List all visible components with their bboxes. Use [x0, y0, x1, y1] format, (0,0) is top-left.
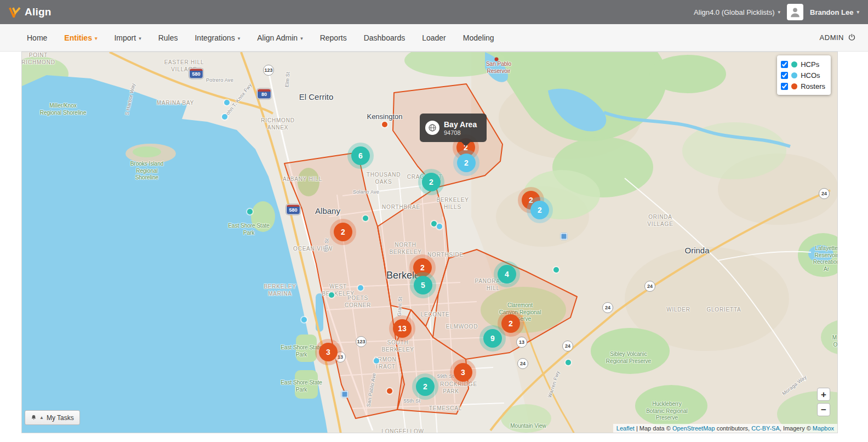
map-marker-dot[interactable] [222, 114, 227, 120]
environment-label: Align4.0 (Global Picklists) [694, 8, 774, 16]
attribution-text: contributors, [715, 425, 752, 432]
attribution-text: | Map data © [635, 425, 672, 432]
map-cluster-marker[interactable]: 9 [483, 329, 502, 348]
map-cluster-marker[interactable]: 3 [319, 343, 338, 361]
map-legend: HCPs HCOs Rosters [777, 55, 831, 95]
nav-item-label: Reports [320, 33, 347, 42]
attribution-link[interactable]: CC-BY-SA [751, 425, 780, 432]
nav-item-import[interactable]: Import ▾ [114, 33, 141, 42]
nav-item-reports[interactable]: Reports [320, 33, 347, 42]
nav-item-label: Modeling [463, 33, 494, 42]
cluster-count: 13 [398, 324, 407, 333]
nav-item-home[interactable]: Home [27, 33, 47, 42]
map-marker-dot[interactable] [301, 317, 307, 322]
cluster-count: 9 [490, 334, 495, 343]
zoom-in-button[interactable]: + [817, 388, 830, 401]
nav-item-integrations[interactable]: Integrations ▾ [195, 33, 240, 42]
map-cluster-marker[interactable]: 3 [454, 363, 472, 382]
admin-label: ADMIN [820, 33, 844, 42]
attribution-link[interactable]: Leaflet [616, 425, 635, 432]
admin-menu[interactable]: ADMIN [820, 33, 856, 42]
map-attribution: Leaflet | Map data © OpenStreetMap contr… [613, 424, 837, 433]
cluster-count: 2 [538, 206, 542, 214]
map-marker-dot[interactable] [566, 360, 571, 365]
caret-up-icon: ▲ [39, 415, 44, 420]
map-marker-dot[interactable] [431, 221, 437, 226]
logout-icon [848, 33, 856, 42]
zoom-out-button[interactable]: − [817, 403, 830, 416]
legend-color-dot [791, 83, 797, 89]
user-icon [789, 6, 801, 18]
map-marker-dot[interactable] [363, 216, 368, 221]
nav-item-label: Integrations [195, 33, 235, 42]
map-cluster-marker[interactable]: 2 [457, 154, 476, 172]
map-marker-dot[interactable] [358, 285, 363, 291]
map-marker-dot[interactable] [553, 267, 559, 273]
map-cluster-marker[interactable]: 13 [393, 319, 412, 338]
cluster-count: 2 [341, 228, 345, 236]
nav-item-label: Loader [422, 33, 446, 42]
legend-checkbox[interactable] [781, 83, 788, 90]
cluster-count: 3 [326, 348, 330, 356]
cluster-count: 3 [461, 368, 465, 377]
map-cluster-marker[interactable]: 2 [422, 173, 441, 191]
map-cluster-marker[interactable]: 4 [498, 265, 516, 284]
zoom-control: + − [817, 388, 830, 416]
nav-item-label: Align Admin [257, 33, 298, 42]
attribution-link[interactable]: Mapbox [813, 425, 834, 432]
attribution-link[interactable]: OpenStreetMap [672, 425, 715, 432]
map-cluster-marker[interactable]: 2 [501, 314, 520, 333]
legend-row-hcos: HCOs [781, 70, 825, 81]
map-marker-dot[interactable] [247, 209, 253, 214]
cluster-count: 4 [505, 270, 509, 279]
app-logo[interactable]: Align [9, 6, 52, 18]
map-marker-dot[interactable] [437, 224, 442, 229]
nav-item-align-admin[interactable]: Align Admin ▾ [257, 33, 302, 42]
map-cluster-marker[interactable]: 5 [414, 276, 432, 294]
nav-item-rules[interactable]: Rules [158, 33, 178, 42]
my-tasks-button[interactable]: ▲ My Tasks [25, 410, 80, 425]
map-marker-dot[interactable] [495, 58, 499, 61]
map-cluster-marker[interactable]: 2 [416, 377, 435, 396]
map-marker-dot[interactable] [224, 100, 230, 105]
nav-item-label: Dashboards [364, 33, 406, 42]
nav-item-dashboards[interactable]: Dashboards [364, 33, 406, 42]
nav-item-entities[interactable]: Entities ▾ [64, 33, 97, 42]
map-canvas [22, 52, 837, 433]
map-cluster-marker[interactable]: 2 [334, 223, 352, 241]
attribution-text: , Imagery © [780, 425, 813, 432]
cluster-count: 2 [423, 382, 427, 391]
map-marker-dot[interactable] [382, 122, 387, 127]
nav-item-label: Home [27, 33, 47, 42]
map[interactable]: POINT RICHMONDEASTER HILL VILLAGEMARINA … [22, 52, 837, 433]
map-marker-dot[interactable] [341, 391, 349, 398]
map-marker-dot[interactable] [387, 388, 392, 394]
cluster-count: 2 [420, 263, 425, 272]
chevron-down-icon: ▾ [300, 36, 303, 41]
nav-item-label: Import [114, 33, 136, 42]
bell-icon [31, 415, 37, 421]
my-tasks-label: My Tasks [47, 414, 74, 422]
nav-item-label: Entities [64, 33, 92, 42]
map-cluster-marker[interactable]: 6 [351, 146, 370, 165]
map-cluster-marker[interactable]: 2 [530, 201, 549, 219]
avatar[interactable] [787, 4, 803, 20]
chevron-down-icon: ▾ [778, 9, 780, 15]
map-marker-dot[interactable] [329, 292, 334, 298]
map-tooltip: Bay Area 94708 [420, 114, 487, 142]
legend-label: HCOs [801, 71, 820, 80]
user-menu[interactable]: Brandon Lee ▾ [810, 8, 859, 16]
nav-item-modeling[interactable]: Modeling [463, 33, 494, 42]
legend-checkbox[interactable] [781, 72, 788, 79]
user-name: Brandon Lee [810, 8, 853, 16]
environment-selector[interactable]: Align4.0 (Global Picklists) ▾ [694, 8, 780, 16]
legend-checkbox[interactable] [781, 61, 788, 68]
nav-item-loader[interactable]: Loader [422, 33, 446, 42]
brand-name: Align [25, 6, 52, 18]
map-marker-dot[interactable] [561, 233, 568, 240]
top-bar: Align Align4.0 (Global Picklists) ▾ Bran… [0, 0, 868, 24]
align-logo-icon [9, 7, 21, 18]
nav-item-label: Rules [158, 33, 178, 42]
map-cluster-marker[interactable]: 2 [413, 258, 432, 277]
map-marker-dot[interactable] [374, 358, 379, 364]
